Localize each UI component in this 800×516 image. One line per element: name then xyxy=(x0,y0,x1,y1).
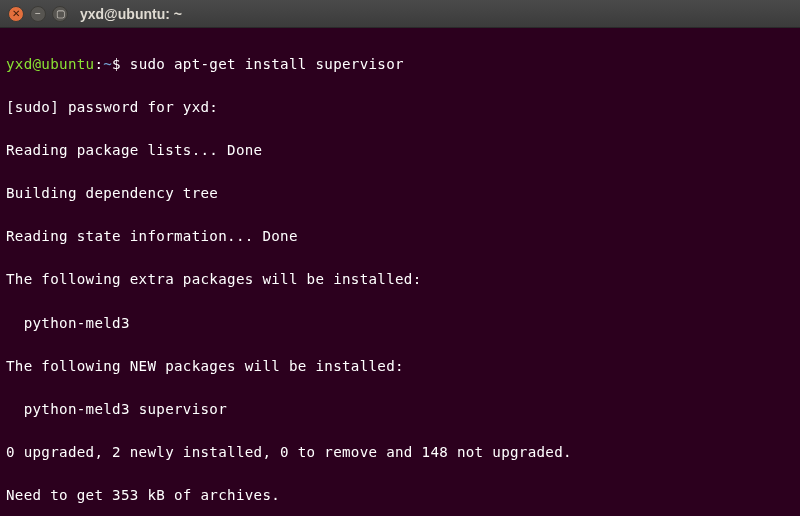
output-line: Building dependency tree xyxy=(6,183,794,205)
output-line: [sudo] password for yxd: xyxy=(6,97,794,119)
output-line: The following NEW packages will be insta… xyxy=(6,356,794,378)
output-line: python-meld3 xyxy=(6,313,794,335)
prompt-sep: : xyxy=(94,56,103,72)
output-line: Reading package lists... Done xyxy=(6,140,794,162)
close-icon[interactable]: ✕ xyxy=(8,6,24,22)
window-title: yxd@ubuntu: ~ xyxy=(80,6,182,22)
terminal-surface[interactable]: yxd@ubuntu:~$ sudo apt-get install super… xyxy=(0,28,800,516)
prompt-line: yxd@ubuntu:~$ sudo apt-get install super… xyxy=(6,54,794,76)
prompt-path: ~ xyxy=(103,56,112,72)
minimize-icon[interactable]: − xyxy=(30,6,46,22)
output-line: 0 upgraded, 2 newly installed, 0 to remo… xyxy=(6,442,794,464)
prompt-userhost: yxd@ubuntu xyxy=(6,56,94,72)
prompt-sigil: $ xyxy=(112,56,121,72)
terminal-window: ✕ − ▢ yxd@ubuntu: ~ yxd@ubuntu:~$ sudo a… xyxy=(0,0,800,516)
output-line: The following extra packages will be ins… xyxy=(6,269,794,291)
output-line: python-meld3 supervisor xyxy=(6,399,794,421)
typed-command: sudo apt-get install supervisor xyxy=(130,56,404,72)
output-line: Reading state information... Done xyxy=(6,226,794,248)
output-line: Need to get 353 kB of archives. xyxy=(6,485,794,507)
maximize-icon[interactable]: ▢ xyxy=(52,6,68,22)
titlebar: ✕ − ▢ yxd@ubuntu: ~ xyxy=(0,0,800,28)
